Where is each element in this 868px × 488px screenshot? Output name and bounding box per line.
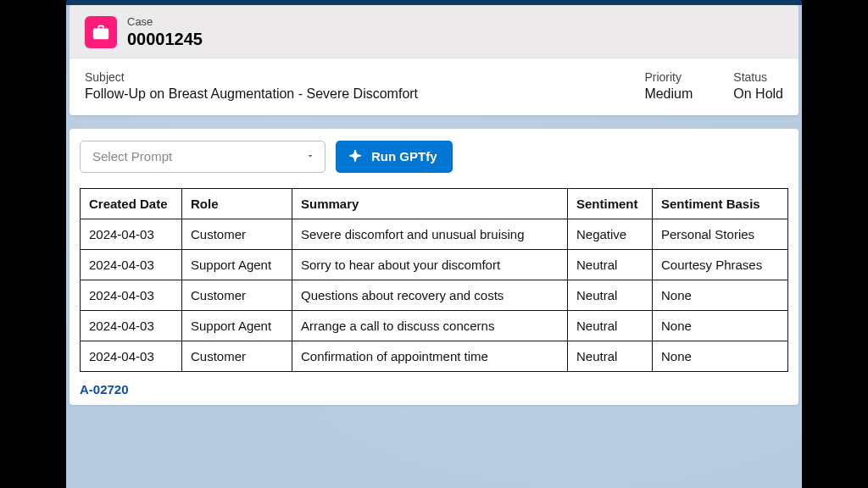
col-role: Role	[182, 188, 292, 219]
cell-summary: Confirmation of appointment time	[292, 341, 568, 371]
table-row: 2024-04-03 Support Agent Sorry to hear a…	[81, 249, 788, 280]
table-row: 2024-04-03 Customer Questions about reco…	[81, 280, 788, 310]
run-button-label: Run GPTfy	[371, 149, 437, 164]
prompt-select-wrap[interactable]: Select Prompt	[80, 141, 326, 173]
cell-role: Support Agent	[182, 249, 292, 280]
entity-label: Case	[127, 15, 203, 29]
cell-basis: None	[653, 310, 788, 341]
col-sentiment: Sentiment	[568, 188, 653, 219]
case-title-block: Case 00001245	[127, 15, 203, 49]
cell-date: 2024-04-03	[81, 310, 182, 341]
col-sentiment-basis: Sentiment Basis	[653, 188, 788, 219]
cell-sentiment: Neutral	[568, 280, 653, 310]
case-header-card: Case 00001245 Subject Follow-Up on Breas…	[70, 5, 798, 115]
case-number: 00001245	[127, 29, 203, 49]
status-field: Status On Hold	[733, 70, 783, 102]
priority-label: Priority	[644, 70, 693, 84]
priority-field: Priority Medium	[644, 70, 693, 102]
subject-value: Follow-Up on Breast Augmentation - Sever…	[85, 86, 604, 102]
conversation-table: Created Date Role Summary Sentiment Sent…	[80, 188, 788, 372]
record-link[interactable]: A-02720	[80, 382, 788, 396]
cell-summary: Arrange a call to discuss concerns	[292, 310, 568, 341]
sparkle-icon	[346, 147, 364, 166]
case-icon	[85, 16, 117, 48]
cell-basis: Courtesy Phrases	[653, 249, 788, 280]
cell-sentiment: Neutral	[568, 341, 653, 371]
status-label: Status	[733, 70, 783, 84]
cell-role: Customer	[182, 219, 292, 249]
main-card: Select Prompt Run GPTfy Created Date Rol…	[70, 129, 798, 405]
case-header-top: Case 00001245	[70, 5, 798, 58]
cell-sentiment: Neutral	[568, 310, 653, 341]
cell-basis: None	[653, 280, 788, 310]
table-body: 2024-04-03 Customer Severe discomfort an…	[81, 219, 788, 371]
cell-sentiment: Neutral	[568, 249, 653, 280]
run-gptfy-button[interactable]: Run GPTfy	[336, 141, 453, 173]
cell-date: 2024-04-03	[81, 249, 182, 280]
table-row: 2024-04-03 Support Agent Arrange a call …	[81, 310, 788, 341]
table-row: 2024-04-03 Customer Severe discomfort an…	[81, 219, 788, 249]
cell-role: Customer	[182, 341, 292, 371]
cell-sentiment: Negative	[568, 219, 653, 249]
col-summary: Summary	[292, 188, 568, 219]
case-details-row: Subject Follow-Up on Breast Augmentation…	[70, 58, 798, 115]
table-row: 2024-04-03 Customer Confirmation of appo…	[81, 341, 788, 371]
controls-row: Select Prompt Run GPTfy	[80, 141, 788, 173]
cell-basis: None	[653, 341, 788, 371]
priority-value: Medium	[644, 86, 693, 102]
prompt-select[interactable]: Select Prompt	[80, 141, 326, 173]
cell-role: Support Agent	[182, 310, 292, 341]
cell-date: 2024-04-03	[81, 219, 182, 249]
cell-date: 2024-04-03	[81, 280, 182, 310]
cell-basis: Personal Stories	[653, 219, 788, 249]
cell-role: Customer	[182, 280, 292, 310]
subject-label: Subject	[85, 70, 604, 84]
table-header-row: Created Date Role Summary Sentiment Sent…	[81, 188, 788, 219]
cell-summary: Severe discomfort and unusual bruising	[292, 219, 568, 249]
subject-field: Subject Follow-Up on Breast Augmentation…	[85, 70, 604, 102]
col-created-date: Created Date	[81, 188, 182, 219]
app-frame: Case 00001245 Subject Follow-Up on Breas…	[66, 0, 802, 488]
cell-date: 2024-04-03	[81, 341, 182, 371]
status-value: On Hold	[733, 86, 783, 102]
cell-summary: Questions about recovery and costs	[292, 280, 568, 310]
cell-summary: Sorry to hear about your discomfort	[292, 249, 568, 280]
